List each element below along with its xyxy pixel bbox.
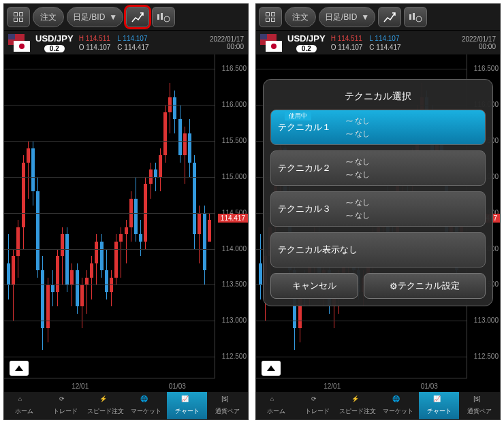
spread-badge: 0.2 bbox=[44, 45, 65, 52]
tab-5[interactable]: [$]通貨ペア bbox=[459, 392, 500, 419]
technical-row-3[interactable]: テクニカル３なしなし bbox=[270, 191, 486, 227]
technical-label: テクニカル１使用中 bbox=[278, 121, 346, 133]
topbar: 注文 日足/BID▼ bbox=[4, 4, 248, 31]
grid-icon bbox=[14, 12, 23, 22]
tab-label: トレード bbox=[53, 407, 78, 416]
topbar: 注文 日足/BID▼ bbox=[256, 4, 500, 31]
phone-right: 注文 日足/BID▼ USD/JPY 0.2 H 114.511 L 114.1… bbox=[255, 3, 501, 420]
expand-button[interactable] bbox=[10, 361, 29, 376]
currency-flags bbox=[260, 34, 282, 52]
in-use-badge: 使用中 bbox=[285, 112, 311, 120]
cancel-button[interactable]: キャンセル bbox=[270, 273, 358, 299]
candles-gear-icon bbox=[157, 12, 170, 22]
chart-settings-button[interactable] bbox=[404, 7, 427, 27]
tab-0[interactable]: ⌂ホーム bbox=[256, 392, 297, 419]
tab-icon: ⌂ bbox=[18, 395, 31, 406]
tab-2[interactable]: ⚡スピード注文 bbox=[337, 392, 378, 419]
order-button[interactable]: 注文 bbox=[33, 7, 64, 27]
tab-icon: 🌐 bbox=[392, 395, 405, 406]
ohlc-values: H 114.511 L 114.107 O 114.107 C 114.417 bbox=[79, 35, 149, 51]
chart-area[interactable]: 116.500116.000115.500115.000114.500114.0… bbox=[4, 54, 248, 392]
timeframe-dropdown[interactable]: 日足/BID▼ bbox=[319, 7, 375, 27]
pair-name: USD/JPY bbox=[35, 33, 74, 44]
layout-grid-button[interactable] bbox=[7, 7, 30, 27]
svg-rect-3 bbox=[409, 14, 411, 20]
tab-3[interactable]: 🌐マーケット bbox=[378, 392, 419, 419]
timeframe-dropdown[interactable]: 日足/BID▼ bbox=[67, 7, 123, 27]
pair-name: USD/JPY bbox=[287, 33, 326, 44]
tab-icon: ⚡ bbox=[351, 395, 364, 406]
svg-rect-1 bbox=[161, 13, 163, 20]
chart-settings-button[interactable] bbox=[152, 7, 175, 27]
tab-icon: ⟳ bbox=[59, 395, 72, 406]
bottom-nav: ⌂ホーム⟳トレード⚡スピード注文🌐マーケット📈チャート[$]通貨ペア bbox=[4, 392, 248, 419]
tab-1[interactable]: ⟳トレード bbox=[297, 392, 338, 419]
tab-label: マーケット bbox=[131, 407, 161, 416]
currency-flags bbox=[8, 34, 30, 52]
chart-up-icon bbox=[383, 12, 396, 22]
chevron-down-icon: ▼ bbox=[361, 12, 369, 22]
tab-label: ホーム bbox=[267, 407, 285, 416]
tab-label: マーケット bbox=[383, 407, 413, 416]
tab-icon: [$] bbox=[221, 395, 234, 406]
technical-none-row[interactable]: テクニカル表示なし bbox=[270, 232, 486, 267]
technical-settings-button[interactable]: ⚙ テクニカル設定 bbox=[364, 273, 486, 299]
svg-rect-0 bbox=[157, 14, 159, 20]
infobar: USD/JPY 0.2 H 114.511 L 114.107 O 114.10… bbox=[256, 31, 500, 55]
tab-label: スピード注文 bbox=[339, 407, 376, 416]
tab-icon: ⟳ bbox=[311, 395, 324, 406]
tab-1[interactable]: ⟳トレード bbox=[45, 392, 86, 419]
technical-label: テクニカル３ bbox=[278, 203, 346, 215]
technical-rows: テクニカル１使用中なしなしテクニカル２なしなしテクニカル３なしなし bbox=[270, 110, 486, 227]
infobar: USD/JPY 0.2 H 114.511 L 114.107 O 114.10… bbox=[4, 31, 248, 55]
tab-icon: ⚡ bbox=[99, 395, 112, 406]
tab-label: チャート bbox=[175, 407, 200, 416]
x-axis: 12/0101/03 bbox=[4, 378, 215, 392]
technical-select-modal: テクニカル選択 テクニカル１使用中なしなしテクニカル２なしなしテクニカル３なしな… bbox=[263, 79, 493, 306]
svg-rect-4 bbox=[413, 13, 415, 20]
technical-row-1[interactable]: テクニカル１使用中なしなし bbox=[270, 110, 486, 145]
x-axis: 12/0101/03 bbox=[256, 378, 467, 392]
technical-button[interactable] bbox=[378, 7, 401, 27]
tab-5[interactable]: [$]通貨ペア bbox=[207, 392, 248, 419]
tab-label: トレード bbox=[305, 407, 330, 416]
tab-0[interactable]: ⌂ホーム bbox=[4, 392, 45, 419]
tab-icon: ⌂ bbox=[270, 395, 283, 406]
order-button[interactable]: 注文 bbox=[285, 7, 316, 27]
tab-2[interactable]: ⚡スピード注文 bbox=[85, 392, 126, 419]
tab-label: チャート bbox=[427, 407, 452, 416]
datetime: 2022/01/1700:00 bbox=[462, 35, 496, 50]
tab-label: スピード注文 bbox=[87, 407, 124, 416]
chevron-down-icon: ▼ bbox=[109, 12, 117, 22]
layout-grid-button[interactable] bbox=[259, 7, 282, 27]
ohlc-values: H 114.511 L 114.107 O 114.107 C 114.417 bbox=[331, 35, 401, 51]
tab-label: 通貨ペア bbox=[467, 407, 492, 416]
chart-up-icon bbox=[131, 12, 144, 22]
spread-badge: 0.2 bbox=[296, 45, 317, 52]
candlestick-chart bbox=[7, 54, 212, 378]
tab-label: ホーム bbox=[15, 407, 33, 416]
tab-icon: 📈 bbox=[433, 395, 445, 406]
phone-left: 注文 日足/BID▼ USD/JPY 0.2 H 114.511 L 114.1… bbox=[3, 3, 249, 420]
modal-title: テクニカル選択 bbox=[270, 86, 486, 110]
candles-gear-icon bbox=[409, 12, 422, 22]
svg-point-5 bbox=[416, 16, 422, 22]
tab-label: 通貨ペア bbox=[215, 407, 240, 416]
tab-4[interactable]: 📈チャート bbox=[167, 392, 208, 419]
tab-icon: 🌐 bbox=[140, 395, 153, 406]
grid-icon bbox=[266, 12, 275, 22]
expand-button[interactable] bbox=[262, 361, 281, 376]
datetime: 2022/01/1700:00 bbox=[210, 35, 244, 50]
tab-icon: 📈 bbox=[181, 395, 193, 406]
tab-3[interactable]: 🌐マーケット bbox=[126, 392, 167, 419]
gear-icon: ⚙ bbox=[390, 281, 398, 291]
technical-button[interactable] bbox=[126, 7, 149, 27]
technical-label: テクニカル２ bbox=[278, 162, 346, 174]
current-price-tag: 114.417 bbox=[218, 214, 248, 223]
tab-icon: [$] bbox=[473, 395, 486, 406]
technical-row-2[interactable]: テクニカル２なしなし bbox=[270, 150, 486, 186]
svg-point-2 bbox=[164, 16, 170, 22]
bottom-nav: ⌂ホーム⟳トレード⚡スピード注文🌐マーケット📈チャート[$]通貨ペア bbox=[256, 392, 500, 419]
tab-4[interactable]: 📈チャート bbox=[419, 392, 460, 419]
